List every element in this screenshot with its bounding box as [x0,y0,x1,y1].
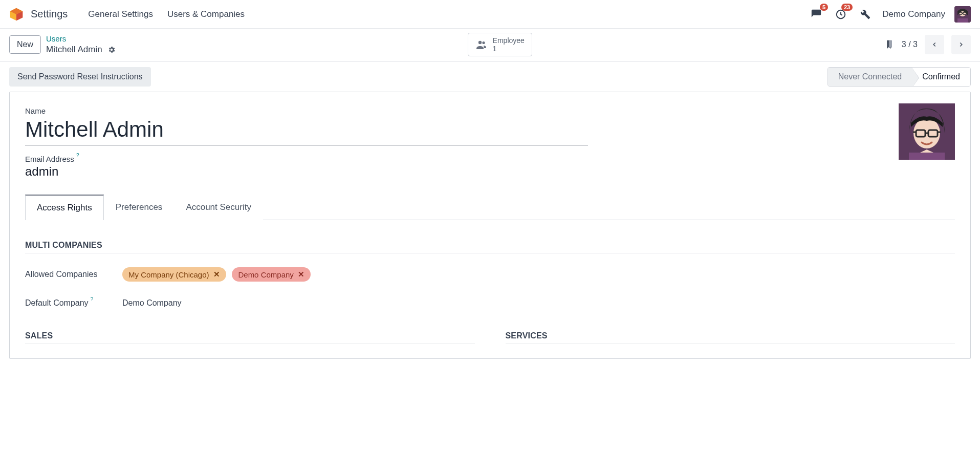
activities-badge: 23 [841,4,853,11]
nav-general-settings[interactable]: General Settings [81,6,160,23]
email-label: Email Address [25,155,74,163]
svg-rect-9 [957,18,968,23]
control-panel: New Users Mitchell Admin Employee 1 3 / … [0,29,980,62]
new-button[interactable]: New [9,35,41,54]
status-bar: Never Connected Confirmed [827,67,971,87]
users-icon [475,38,488,51]
user-photo[interactable] [899,103,955,160]
section-sales: SALES [25,331,475,344]
tools-icon[interactable] [858,7,873,22]
tag-label: Demo Company [238,270,293,279]
email-field-group: Email Address ? admin [25,155,955,179]
svg-point-11 [482,41,485,44]
breadcrumb-parent[interactable]: Users [46,34,116,44]
svg-point-10 [478,41,481,44]
form-sheet: Name Email Address ? admin Access Rights… [9,92,971,359]
status-confirmed[interactable]: Confirmed [912,68,970,86]
allowed-companies-tags[interactable]: My Company (Chicago) ✕ Demo Company ✕ [122,267,315,282]
pager-text[interactable]: 3 / 3 [902,40,918,49]
email-value[interactable]: admin [25,164,955,179]
activities-icon[interactable]: 23 [833,7,848,22]
row-allowed-companies: Allowed Companies My Company (Chicago) ✕… [25,267,955,282]
value-default-company[interactable]: Demo Company [122,298,182,308]
app-title[interactable]: Settings [31,8,68,20]
nav-users-companies[interactable]: Users & Companies [160,6,252,23]
pager-next-button[interactable] [951,35,971,54]
remove-icon[interactable]: ✕ [213,270,220,279]
breadcrumb: Users Mitchell Admin [46,34,116,55]
remove-icon[interactable]: ✕ [298,270,304,279]
app-logo-icon[interactable] [9,7,24,22]
company-switcher[interactable]: Demo Company [882,9,945,19]
breadcrumb-current: Mitchell Admin [46,44,102,55]
row-default-company: Default Company ? Demo Company [25,295,955,311]
gear-icon[interactable] [107,46,116,54]
default-company-help-icon[interactable]: ? [91,296,94,302]
bookmark-icon[interactable] [884,39,895,50]
name-label: Name [25,106,955,115]
tab-access-rights[interactable]: Access Rights [25,195,104,220]
action-bar: Send Password Reset Instructions Never C… [0,62,980,92]
section-title-services: SERVICES [506,331,955,344]
section-services: SERVICES [506,331,955,344]
label-allowed-companies: Allowed Companies [25,270,112,279]
tabs: Access Rights Preferences Account Securi… [25,194,955,220]
user-avatar[interactable] [954,6,971,23]
status-never-connected[interactable]: Never Connected [828,68,912,86]
messages-badge: 5 [820,4,828,11]
section-multi-companies: MULTI COMPANIES Allowed Companies My Com… [25,241,955,311]
label-default-company: Default Company [25,298,89,308]
svg-rect-19 [909,153,945,160]
employee-stat-label: Employee [493,36,525,45]
employee-stat-count: 1 [493,45,525,53]
tab-preferences[interactable]: Preferences [104,195,175,220]
section-title-sales: SALES [25,331,475,344]
tag-label: My Company (Chicago) [128,270,209,279]
top-nav: Settings General Settings Users & Compan… [0,0,980,29]
tab-account-security[interactable]: Account Security [174,195,263,220]
pager-prev-button[interactable] [925,35,944,54]
messages-icon[interactable]: 5 [809,7,824,22]
name-field-group: Name [25,106,955,145]
tag-company-chicago[interactable]: My Company (Chicago) ✕ [122,267,226,282]
send-password-reset-button[interactable]: Send Password Reset Instructions [9,67,151,87]
name-input[interactable] [25,116,588,145]
email-help-icon[interactable]: ? [76,153,79,158]
employee-stat-button[interactable]: Employee 1 [468,33,532,56]
tag-company-demo[interactable]: Demo Company ✕ [232,267,310,282]
section-title-multi-companies: MULTI COMPANIES [25,241,955,253]
